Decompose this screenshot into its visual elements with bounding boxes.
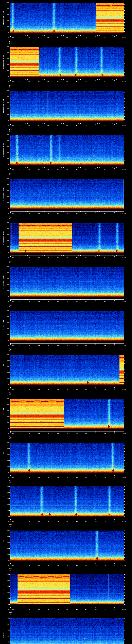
x-tick-label: 30 xyxy=(66,257,68,259)
spectrogram-panel: Frequency (Hz)02004006008001000510152025… xyxy=(0,308,132,352)
x-tick-label: 35 xyxy=(76,609,78,610)
axis-ticks xyxy=(10,399,125,432)
x-tick-label: 25 xyxy=(57,213,59,215)
x-tick-label: 25 xyxy=(57,169,59,171)
x-start-time-label: 10:35:00 xyxy=(7,301,14,303)
x-tick-label: 10 xyxy=(28,257,30,259)
x-tick-label: 5 xyxy=(20,213,20,215)
x-tick-label: 45 xyxy=(95,609,96,610)
x-tick-label: 20 xyxy=(47,37,49,39)
x-start-time-label: 10:37:00 xyxy=(7,389,14,390)
x-tick-label: 25 xyxy=(57,565,59,566)
x-tick-label: 10 xyxy=(28,125,30,127)
x-tick-label: 55 xyxy=(114,213,115,215)
axis-ticks xyxy=(10,442,125,476)
spectrogram-panel: Frequency (Hz)02004006008001000510152025… xyxy=(0,88,132,132)
x-tick-label: 20 xyxy=(47,433,49,434)
x-tick-label: 25 xyxy=(57,301,59,303)
x-tick-label: 15 xyxy=(38,345,40,346)
x-tick-label: 5 xyxy=(20,37,20,39)
x-end-time-label: 38:00 xyxy=(122,389,126,390)
x-tick-label: 45 xyxy=(95,213,96,215)
x-tick-label: 35 xyxy=(76,521,78,522)
x-end-time-label: 30:00 xyxy=(122,37,126,39)
x-tick-label: 15 xyxy=(38,433,40,434)
x-tick-label: 35 xyxy=(76,81,78,83)
x-start-time-label: 10:38:00 xyxy=(7,433,14,434)
axis-ticks xyxy=(10,486,125,520)
x-tick-label: 10 xyxy=(28,565,30,566)
x-tick-label: 25 xyxy=(57,125,59,127)
x-tick-label: 10 xyxy=(28,389,30,390)
axis-ticks xyxy=(10,530,125,564)
x-tick-label: 50 xyxy=(104,257,106,259)
x-tick-label: 20 xyxy=(47,521,49,522)
x-tick-label: 50 xyxy=(104,301,106,303)
x-tick-label: 15 xyxy=(38,81,40,83)
x-tick-label: 45 xyxy=(95,565,96,566)
x-tick-label: 25 xyxy=(57,477,59,478)
x-tick-label: 40 xyxy=(85,565,87,566)
x-tick-label: 30 xyxy=(66,81,68,83)
x-start-time-label: 10:34:00 xyxy=(7,257,14,259)
x-tick-label: 35 xyxy=(76,433,78,434)
x-tick-label: 15 xyxy=(38,565,40,566)
x-tick-label: 50 xyxy=(104,213,106,215)
x-tick-label: 10 xyxy=(28,169,30,171)
x-end-time-label: 34:00 xyxy=(122,213,126,215)
x-start-time-label: 10:33:00 xyxy=(7,213,14,215)
x-tick-label: 5 xyxy=(20,169,20,171)
x-tick-label: 20 xyxy=(47,565,49,566)
x-tick-label: 20 xyxy=(47,345,49,346)
x-tick-label: 55 xyxy=(114,565,115,566)
x-end-time-label: 37:00 xyxy=(122,345,126,346)
x-tick-label: 30 xyxy=(66,565,68,566)
x-tick-label: 25 xyxy=(57,521,59,522)
x-tick-label: 40 xyxy=(85,257,87,259)
x-tick-label: 40 xyxy=(85,37,87,39)
x-tick-label: 40 xyxy=(85,477,87,478)
x-end-time-label: 40:00 xyxy=(122,477,126,478)
x-tick-label: 40 xyxy=(85,213,87,215)
x-tick-label: 20 xyxy=(47,257,49,259)
x-tick-label: 35 xyxy=(76,257,78,259)
x-tick-label: 10 xyxy=(28,37,30,39)
x-tick-label: 30 xyxy=(66,169,68,171)
date-line: 2015 xyxy=(9,394,12,396)
spectrogram-panel: Frequency (Hz)02004006008001000510152025… xyxy=(0,440,132,484)
x-tick-label: 15 xyxy=(38,169,40,171)
x-end-time-label: 39:00 xyxy=(122,433,126,434)
x-tick-label: 55 xyxy=(114,433,115,434)
axis-ticks xyxy=(10,179,125,213)
axis-ticks xyxy=(10,47,125,81)
x-tick-label: 20 xyxy=(47,125,49,127)
x-tick-label: 45 xyxy=(95,345,96,346)
x-tick-label: 25 xyxy=(57,389,59,390)
x-tick-label: 20 xyxy=(47,169,49,171)
x-tick-label: 55 xyxy=(114,169,115,171)
x-tick-label: 55 xyxy=(114,81,115,83)
x-tick-label: 10 xyxy=(28,301,30,303)
x-tick-label: 5 xyxy=(20,389,20,390)
spectrogram-panel: Frequency (Hz)02004006008001000510152025… xyxy=(0,572,132,616)
spectrogram-panel: Frequency (Hz)02004006008001000510152025… xyxy=(0,220,132,264)
x-tick-label: 15 xyxy=(38,521,40,522)
x-tick-label: 40 xyxy=(85,301,87,303)
x-tick-label: 20 xyxy=(47,389,49,390)
x-end-time-label: 31:00 xyxy=(122,81,126,83)
x-tick-label: 30 xyxy=(66,389,68,390)
x-tick-label: 40 xyxy=(85,81,87,83)
x-end-time-label: 35:00 xyxy=(122,257,126,259)
x-end-time-label: 33:00 xyxy=(122,169,126,171)
x-tick-label: 45 xyxy=(95,81,96,83)
x-tick-label: 45 xyxy=(95,257,96,259)
x-tick-label: 40 xyxy=(85,389,87,390)
x-tick-label: 5 xyxy=(20,301,20,303)
x-tick-label: 5 xyxy=(20,81,20,83)
x-tick-label: 50 xyxy=(104,37,106,39)
x-tick-label: 40 xyxy=(85,169,87,171)
x-end-time-label: 41:00 xyxy=(122,521,126,522)
x-start-time-label: 10:40:00 xyxy=(7,521,14,522)
spectrogram-panel: Frequency (Hz)02004006008001000510152025… xyxy=(0,352,132,396)
x-tick-label: 55 xyxy=(114,125,115,127)
